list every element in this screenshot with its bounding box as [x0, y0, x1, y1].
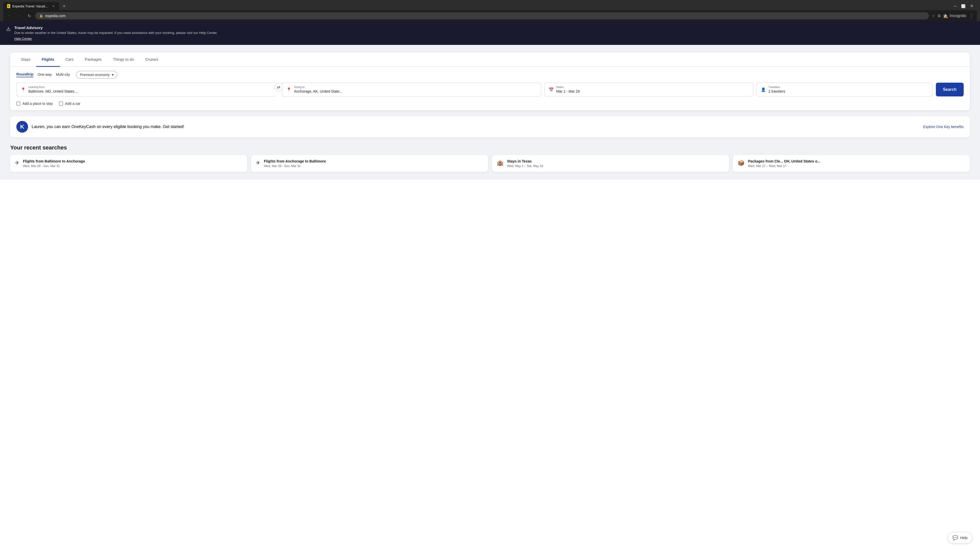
destination-location-icon: 📍 — [286, 87, 291, 92]
cabin-class-label: Premium economy — [80, 73, 110, 77]
dates-label: Dates — [556, 86, 580, 89]
travelers-input-content: Travelers 2 travelers — [768, 86, 785, 94]
chevron-down-icon: ▾ — [112, 73, 114, 77]
main-area: Stays Flights Cars Packages Things to do… — [0, 45, 980, 179]
recent-cards: ✈ Flights from Baltimore to Anchorage We… — [10, 155, 970, 172]
onekey-banner: K Lauren, you can earn OneKeyCash on eve… — [10, 116, 970, 137]
add-car-checkbox[interactable] — [59, 102, 63, 106]
help-label: Help — [960, 536, 967, 540]
recent-card-details-1: Wed, Mar 29 - Sun, Mar 31 — [264, 164, 326, 168]
recent-card-info-1: Flights from Anchorage to Baltimore Wed,… — [264, 159, 326, 168]
recent-searches-section: Your recent searches ✈ Flights from Balt… — [10, 144, 970, 172]
add-car-label: Add a car — [65, 102, 80, 106]
recent-card-1[interactable]: ✈ Flights from Anchorage to Baltimore We… — [251, 155, 488, 172]
tab-stays[interactable]: Stays — [15, 52, 36, 67]
close-button[interactable]: ✕ — [970, 3, 974, 8]
user-avatar: K — [16, 121, 28, 133]
destination-value: Anchorage, AK, United State... — [294, 89, 342, 94]
cabin-class-select[interactable]: Premium economy ▾ — [76, 71, 118, 79]
help-button[interactable]: 💬 Help — [948, 532, 972, 543]
tab-close-button[interactable]: ✕ — [52, 4, 55, 8]
travelers-label: Travelers — [768, 86, 785, 89]
swap-button[interactable]: ⇄ — [274, 83, 283, 91]
destination-input-content: Going to Anchorage, AK, United State... — [294, 86, 342, 94]
recent-searches-title: Your recent searches — [10, 144, 970, 151]
recent-card-details-2: Wed, May 1 – Sat, May 18 — [507, 164, 543, 168]
recent-card-title-3: Packages from Cle... OH, United States o… — [748, 159, 820, 163]
browser-toolbar: ← → ↻ 🔒 expedia.com ☆ ⧉ 🕵️ Incognito ⋮ — [3, 10, 977, 21]
trip-type-multicity[interactable]: Multi-city — [56, 73, 70, 77]
warning-icon: ⚠ — [6, 26, 11, 32]
explore-onekey-link[interactable]: Explore One Key benefits — [923, 125, 964, 129]
calendar-icon: 📅 — [549, 87, 554, 92]
maximize-button[interactable]: ⬜ — [961, 4, 966, 8]
flight-icon-1: ✈ — [256, 160, 260, 166]
destination-label: Going to — [294, 86, 342, 89]
tab-cruises[interactable]: Cruises — [140, 52, 164, 67]
new-tab-button[interactable]: + — [60, 2, 68, 10]
onekey-text: Lauren, you can earn OneKeyCash on every… — [32, 124, 184, 129]
package-icon-3: 📦 — [738, 160, 745, 166]
travelers-value: 2 travelers — [768, 89, 785, 94]
add-stay-checkbox-label[interactable]: Add a place to stay — [16, 102, 53, 106]
dates-input[interactable]: 📅 Dates Mar 1 - Mar 29 — [544, 83, 753, 97]
trip-type-roundtrip[interactable]: Roundtrip — [16, 72, 33, 77]
url-text: expedia.com — [45, 14, 65, 18]
minimize-button[interactable]: ─ — [954, 4, 956, 8]
origin-value: Baltimore, MD, United States ... — [28, 89, 78, 94]
add-stay-label: Add a place to stay — [22, 102, 53, 106]
tab-things-to-do[interactable]: Things to do — [107, 52, 140, 67]
search-extras: Add a place to stay Add a car — [10, 102, 970, 110]
search-widget: Stays Flights Cars Packages Things to do… — [10, 52, 970, 110]
bookmark-icon[interactable]: ☆ — [932, 14, 935, 18]
reload-button[interactable]: ↻ — [25, 12, 33, 19]
recent-card-3[interactable]: 📦 Packages from Cle... OH, United States… — [733, 155, 970, 172]
toolbar-actions: ☆ ⧉ 🕵️ Incognito ⋮ — [932, 13, 974, 19]
tab-favicon: E — [7, 4, 10, 8]
tab-title: Expedia Travel: Vacation Home... — [12, 4, 50, 8]
advisory-title: Travel Advisory — [14, 25, 218, 30]
onekey-left: K Lauren, you can earn OneKeyCash on eve… — [16, 121, 184, 133]
tab-nav: Stays Flights Cars Packages Things to do… — [10, 52, 970, 67]
add-car-checkbox-label[interactable]: Add a car — [59, 102, 80, 106]
recent-card-details-0: Wed, Mar 29 - Sun, Mar 31 — [23, 164, 85, 168]
recent-card-title-1: Flights from Anchorage to Baltimore — [264, 159, 326, 163]
active-tab[interactable]: E Expedia Travel: Vacation Home... ✕ — [3, 2, 59, 10]
help-center-link[interactable]: Help Center — [14, 37, 32, 41]
page-content: ⚠ Travel Advisory Due to winter weather … — [0, 21, 980, 551]
tab-strip: E Expedia Travel: Vacation Home... ✕ + ─… — [3, 2, 977, 10]
browser-chrome: E Expedia Travel: Vacation Home... ✕ + ─… — [0, 0, 980, 21]
origin-input[interactable]: 📍 Leaving from Baltimore, MD, United Sta… — [16, 83, 275, 97]
lock-icon: 🔒 — [39, 14, 43, 17]
add-stay-checkbox[interactable] — [16, 102, 21, 106]
search-options: Roundtrip One-way Multi-city Premium eco… — [10, 67, 970, 79]
incognito-icon: 🕵️ — [943, 14, 948, 18]
location-icon: 📍 — [21, 87, 26, 92]
hotel-icon-2: 🏨 — [496, 160, 504, 166]
tab-view-icon[interactable]: ⧉ — [938, 14, 940, 18]
destination-input[interactable]: 📍 Going to Anchorage, AK, United State..… — [282, 83, 541, 97]
recent-card-2[interactable]: 🏨 Stays in Texas Wed, May 1 – Sat, May 1… — [492, 155, 729, 172]
tab-cars[interactable]: Cars — [60, 52, 80, 67]
help-icon: 💬 — [953, 535, 958, 540]
recent-card-0[interactable]: ✈ Flights from Baltimore to Anchorage We… — [10, 155, 247, 172]
address-bar[interactable]: 🔒 expedia.com — [35, 12, 929, 19]
flight-icon-0: ✈ — [15, 160, 19, 166]
recent-card-info-2: Stays in Texas Wed, May 1 – Sat, May 18 — [507, 159, 543, 168]
recent-card-title-0: Flights from Baltimore to Anchorage — [23, 159, 85, 163]
menu-icon[interactable]: ⋮ — [969, 13, 974, 19]
search-button[interactable]: Search — [936, 83, 964, 97]
dates-input-content: Dates Mar 1 - Mar 29 — [556, 86, 580, 94]
forward-button[interactable]: → — [16, 12, 23, 19]
incognito-badge: 🕵️ Incognito — [943, 14, 966, 18]
incognito-label: Incognito — [950, 14, 966, 18]
advisory-content: Travel Advisory Due to winter weather in… — [14, 25, 218, 41]
recent-card-info-3: Packages from Cle... OH, United States o… — [748, 159, 820, 168]
travelers-input[interactable]: 👤 Travelers 2 travelers — [756, 83, 932, 97]
tab-packages[interactable]: Packages — [79, 52, 107, 67]
back-button[interactable]: ← — [6, 12, 13, 19]
person-icon: 👤 — [761, 87, 766, 92]
tab-flights[interactable]: Flights — [36, 52, 60, 67]
recent-card-info-0: Flights from Baltimore to Anchorage Wed,… — [23, 159, 85, 168]
trip-type-oneway[interactable]: One-way — [38, 73, 52, 77]
